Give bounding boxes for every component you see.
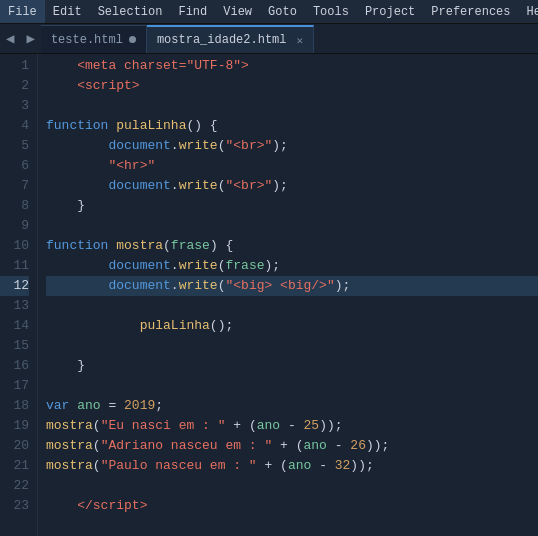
line-num-7: 7 [0,176,29,196]
code-line-1: <meta charset="UTF-8"> [46,56,538,76]
line-num-18: 18 [0,396,29,416]
code-line-13 [46,296,538,316]
code-line-9 [46,216,538,236]
code-line-6: "<hr>" [46,156,538,176]
line-num-14: 14 [0,316,29,336]
code-line-5: document.write("<br>"); [46,136,538,156]
code-line-20: mostra("Adriano nasceu em : " + (ano - 2… [46,436,538,456]
tab-label: mostra_idade2.html [157,33,287,47]
line-num-23: 23 [0,496,29,516]
line-num-13: 13 [0,296,29,316]
code-area[interactable]: <meta charset="UTF-8"> <script> function… [38,54,538,536]
code-line-16: } [46,356,538,376]
menu-find[interactable]: Find [170,0,215,23]
code-line-15 [46,336,538,356]
line-num-11: 11 [0,256,29,276]
menu-selection[interactable]: Selection [90,0,171,23]
line-num-17: 17 [0,376,29,396]
tab-nav-right[interactable]: ▶ [20,23,40,53]
code-line-2: <script> [46,76,538,96]
editor: 1 2 3 4 5 6 7 8 9 10 11 12 13 14 15 16 1… [0,54,538,536]
menu-view[interactable]: View [215,0,260,23]
line-num-2: 2 [0,76,29,96]
line-num-12: 12 [0,276,29,296]
tab-label: teste.html [51,33,123,47]
line-num-9: 9 [0,216,29,236]
code-line-17 [46,376,538,396]
menu-help[interactable]: Help [519,0,538,23]
menu-preferences[interactable]: Preferences [423,0,518,23]
close-icon[interactable]: ✕ [297,34,304,47]
line-num-1: 1 [0,56,29,76]
code-line-19: mostra("Eu nasci em : " + (ano - 25)); [46,416,538,436]
code-line-23: </script> [46,496,538,516]
code-line-11: document.write(frase); [46,256,538,276]
tab-mostra-idade2-html[interactable]: mostra_idade2.html ✕ [147,25,314,53]
line-num-20: 20 [0,436,29,456]
line-num-8: 8 [0,196,29,216]
menu-goto[interactable]: Goto [260,0,305,23]
line-num-4: 4 [0,116,29,136]
menu-project[interactable]: Project [357,0,423,23]
code-line-4: function pulaLinha() { [46,116,538,136]
menu-edit[interactable]: Edit [45,0,90,23]
line-num-10: 10 [0,236,29,256]
code-line-7: document.write("<br>"); [46,176,538,196]
line-num-15: 15 [0,336,29,356]
line-num-21: 21 [0,456,29,476]
line-num-19: 19 [0,416,29,436]
line-num-3: 3 [0,96,29,116]
line-numbers: 1 2 3 4 5 6 7 8 9 10 11 12 13 14 15 16 1… [0,54,38,536]
code-line-18: var ano = 2019; [46,396,538,416]
tab-teste-html[interactable]: teste.html [41,25,147,53]
line-num-5: 5 [0,136,29,156]
code-line-3 [46,96,538,116]
menu-file[interactable]: File [0,0,45,23]
code-line-14: pulaLinha(); [46,316,538,336]
menu-tools[interactable]: Tools [305,0,357,23]
line-num-16: 16 [0,356,29,376]
code-line-22 [46,476,538,496]
code-line-21: mostra("Paulo nasceu em : " + (ano - 32)… [46,456,538,476]
menu-bar: File Edit Selection Find View Goto Tools… [0,0,538,24]
line-num-22: 22 [0,476,29,496]
code-line-12: document.write("<big> <big/>"); [46,276,538,296]
line-num-6: 6 [0,156,29,176]
code-line-10: function mostra(frase) { [46,236,538,256]
tab-bar: ◀ ▶ teste.html mostra_idade2.html ✕ [0,24,538,54]
code-line-8: } [46,196,538,216]
tab-nav-left[interactable]: ◀ [0,23,20,53]
tab-dot [129,36,136,43]
